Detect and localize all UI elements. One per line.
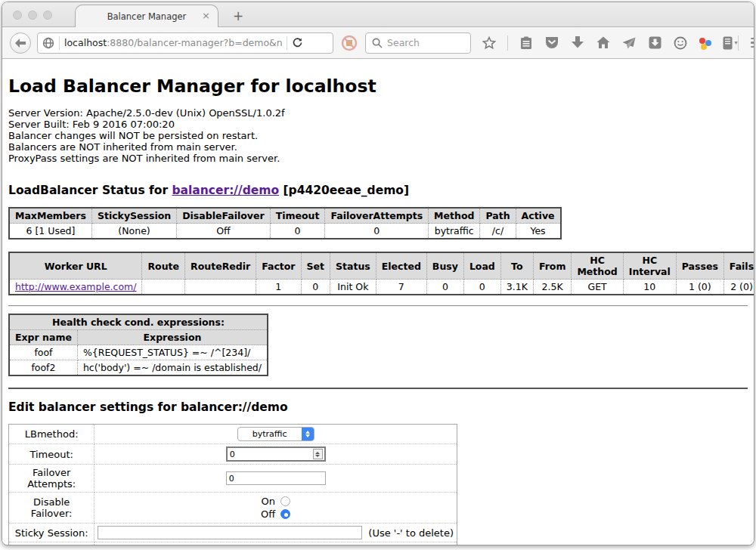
table-cell: 6 [1 Used] (9, 224, 91, 239)
send-tab-icon[interactable] (621, 36, 637, 51)
url-host: localhost (64, 37, 107, 48)
column-header: Factor (256, 252, 301, 280)
table-cell: %{REQUEST_STATUS} =~ /^[234]/ (77, 345, 268, 360)
feedback-smiley-icon[interactable] (673, 36, 688, 51)
failover-attempts-label: Failover Attempts: (9, 465, 94, 493)
table-cell: (None) (91, 224, 176, 239)
disable-failover-row: Disable Failover: On Off (9, 493, 457, 524)
tab-title: Balancer Manager (107, 11, 187, 22)
timeout-label: Timeout: (9, 444, 94, 465)
table-cell: 2.5K (533, 280, 572, 295)
table-cell: foof2 (9, 360, 77, 376)
loadbalancer-status-heading: LoadBalancer Status for balancer://demo … (8, 184, 748, 197)
disable-failover-on-radio[interactable] (280, 496, 290, 506)
table-cell: Init Ok (330, 280, 376, 295)
window-controls[interactable] (13, 11, 52, 20)
toolbar-divider (507, 36, 508, 51)
toolbar-right-icons (738, 36, 754, 51)
toolbar-divider (738, 36, 739, 51)
table-cell: 1 (256, 280, 301, 295)
timeout-input[interactable] (226, 446, 326, 462)
table-cell: GET (572, 280, 623, 295)
menu-icon[interactable] (751, 38, 754, 48)
table-cell: 3.1K (500, 280, 533, 295)
url-text[interactable]: localhost:8880/balancer-manager?b=demo&n… (64, 37, 282, 48)
reload-icon[interactable] (292, 37, 303, 48)
column-header: Load (463, 252, 500, 280)
lbmethod-select[interactable]: bytraffic (237, 427, 314, 441)
sticky-session-row: Sticky Session: (Use '-' to delete) (9, 524, 457, 542)
extension-download-icon[interactable] (647, 36, 662, 51)
reading-list-icon[interactable] (519, 36, 534, 51)
balancer-settings-form: LBmethod: bytraffic Timeout: (8, 424, 457, 545)
table-cell: 0 (463, 280, 500, 295)
sticky-session-hint: (Use '-' to delete) (368, 527, 454, 539)
downloads-icon[interactable] (570, 36, 585, 51)
new-tab-button[interactable]: + (229, 8, 247, 23)
sticky-session-input[interactable] (98, 526, 362, 539)
search-placeholder: Search (387, 37, 420, 48)
bookmark-star-icon[interactable] (482, 36, 497, 51)
disable-failover-off-radio[interactable] (280, 509, 290, 519)
toolbar-icons: ▾ (482, 36, 738, 51)
column-header: Method (429, 208, 480, 224)
search-input[interactable]: Search (365, 32, 471, 54)
table-cell: hc('body') =~ /domain is established/ (77, 360, 268, 376)
lbmethod-selected-value: bytraffic (238, 428, 302, 440)
table-cell: http://www.example.com/ (9, 280, 142, 295)
balancer-status-table: MaxMembers StickySession DisableFailover… (8, 207, 562, 239)
column-header: Busy (426, 252, 463, 280)
number-stepper-icon[interactable] (313, 449, 323, 459)
proxypass-note-line: ProxyPass settings are NOT inherited fro… (8, 153, 748, 164)
column-header: Active (516, 208, 560, 224)
blocked-circle-icon (341, 35, 358, 51)
home-icon[interactable] (596, 36, 611, 51)
browser-window: Balancer Manager × + localhost:8880/bala… (2, 2, 754, 545)
hc-data-row: foof2 hc('body') =~ /domain is establish… (9, 360, 268, 376)
timeout-value-field[interactable] (228, 450, 313, 459)
zoom-window-button[interactable] (43, 11, 52, 20)
tab-close-icon[interactable]: × (202, 11, 210, 21)
table-cell: 1 (0) (676, 280, 723, 295)
table-cell: 0 (270, 224, 325, 239)
add-worker-label: Add New Worker: (9, 542, 94, 546)
table-cell: foof (9, 345, 77, 360)
column-header: Status (330, 252, 376, 280)
balancer-demo-link[interactable]: balancer://demo (172, 184, 279, 197)
table-cell (142, 280, 185, 295)
navigation-toolbar: localhost:8880/balancer-manager?b=demo&n… (2, 27, 754, 59)
worker-header-row: Worker URL Route RouteRedir Factor Set S… (9, 252, 754, 280)
table-cell: 10 (623, 280, 676, 295)
url-bar[interactable]: localhost:8880/balancer-manager?b=demo&n… (37, 32, 333, 54)
urlbar-divider (287, 36, 287, 50)
balancer-header-row: MaxMembers StickySession DisableFailover… (9, 208, 561, 224)
content-blocked-icon[interactable] (341, 35, 358, 51)
colored-dots-extension-icon[interactable] (699, 36, 712, 50)
column-header: To (500, 252, 533, 280)
column-header: From (533, 252, 572, 280)
urlbar-divider (59, 36, 60, 50)
failover-attempts-input[interactable] (226, 471, 326, 485)
pocket-icon[interactable] (544, 36, 559, 51)
column-header: Route (142, 252, 185, 280)
close-window-button[interactable] (13, 11, 22, 20)
worker-url-link[interactable]: http://www.example.com/ (15, 281, 136, 292)
url-rest: :8880/balancer-manager?b=demo&nonce=decc… (107, 37, 282, 48)
minimize-window-button[interactable] (28, 11, 37, 20)
worker-status-table: Worker URL Route RouteRedir Factor Set S… (8, 252, 754, 295)
table-cell: 7 (376, 280, 426, 295)
back-button[interactable] (10, 32, 31, 54)
dropdown-caret-icon: ▾ (734, 39, 737, 46)
tab-balancer-manager[interactable]: Balancer Manager × (75, 5, 218, 27)
section-divider (8, 388, 748, 389)
column-header: Elected (376, 252, 426, 280)
column-header: RouteRedir (185, 252, 256, 280)
back-arrow-icon (15, 39, 26, 48)
table-cell: 0 (301, 280, 330, 295)
page-content: Load Balancer Manager for localhost Serv… (2, 59, 754, 545)
yellow-dot (701, 44, 707, 50)
edit-settings-heading: Edit balancer settings for balancer://de… (8, 400, 748, 414)
device-extension-icon[interactable]: ▾ (723, 36, 738, 51)
select-stepper-icon (302, 428, 314, 440)
hc-table-title: Health check cond. expressions: (9, 314, 268, 330)
